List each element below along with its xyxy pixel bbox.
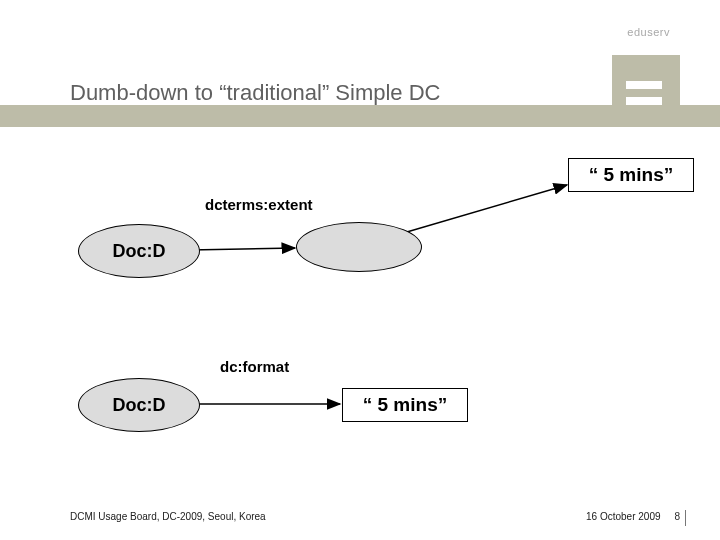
node-blank — [296, 222, 422, 272]
node-doc-d-top: Doc:D — [78, 224, 200, 278]
footer-page: 8 — [674, 511, 680, 522]
svg-line-1 — [190, 248, 295, 250]
edge-label-dc-format: dc:format — [220, 358, 289, 375]
footer-date: 16 October 2009 — [586, 511, 661, 522]
node-doc-d-top-label: Doc:D — [113, 241, 166, 262]
node-value-top-label: “ 5 mins” — [589, 164, 673, 186]
footer-left: DCMI Usage Board, DC-2009, Seoul, Korea — [70, 511, 266, 522]
footer-divider — [685, 510, 686, 526]
diagram-canvas: dcterms:extent dc:format Doc:D “ 5 mins”… — [0, 0, 720, 540]
node-doc-d-bottom: Doc:D — [78, 378, 200, 432]
node-value-bottom: “ 5 mins” — [342, 388, 468, 422]
svg-line-2 — [400, 185, 567, 234]
node-value-bottom-label: “ 5 mins” — [363, 394, 447, 416]
node-doc-d-bottom-label: Doc:D — [113, 395, 166, 416]
node-value-top: “ 5 mins” — [568, 158, 694, 192]
edge-label-dcterms-extent: dcterms:extent — [205, 196, 313, 213]
footer-right: 16 October 2009 8 — [586, 511, 680, 522]
